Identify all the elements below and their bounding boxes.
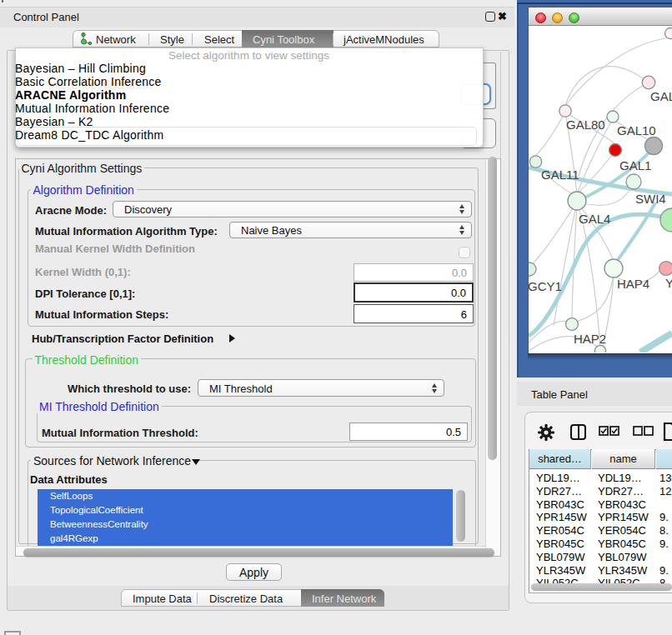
svg-text:GAL: GAL xyxy=(650,89,672,103)
svg-text:HAP2: HAP2 xyxy=(574,332,606,346)
svg-text:SWI4: SWI4 xyxy=(635,192,666,206)
svg-text:GAL1: GAL1 xyxy=(619,158,651,172)
svg-text:HAP4: HAP4 xyxy=(617,277,649,291)
svg-text:GAL80: GAL80 xyxy=(566,118,605,132)
svg-text:GAL4: GAL4 xyxy=(579,212,610,226)
svg-text:GAL11: GAL11 xyxy=(541,168,579,182)
svg-text:GCY1: GCY1 xyxy=(529,279,562,293)
svg-text:Y: Y xyxy=(665,276,672,290)
svg-text:GAL10: GAL10 xyxy=(617,123,656,138)
